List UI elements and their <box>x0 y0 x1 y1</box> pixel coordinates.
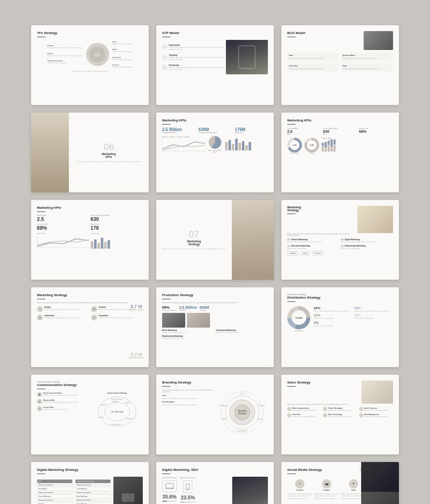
phone-svg <box>186 483 190 490</box>
bar-5 <box>239 143 241 150</box>
ms1-sub-labels: Innovation Quality Teamwork <box>287 251 393 255</box>
dm-row-6: Analytics <box>37 502 73 504</box>
kpi-ms-label: Market Share <box>235 132 268 134</box>
intro-content: 06 MarketingKPIs Please enter a descript… <box>69 113 149 192</box>
social-img-top <box>361 462 399 492</box>
sales-mgmt: Sales Management Please enter a descript… <box>359 413 393 418</box>
ps-right-labels: Price Please enter a description. Place … <box>113 41 132 68</box>
kpi3-tam: Total Available 2.5 <box>37 215 89 222</box>
innovation-icon: ✦ <box>91 315 97 320</box>
promo-custom: Customized Marketing Please enter a desc… <box>216 329 268 334</box>
dist-pct-32: 32% Please enter a description of your c… <box>314 306 353 312</box>
seo-mobile-bar <box>180 501 196 503</box>
bcg-cash-cows: Cash Cows Please enter a description of … <box>287 63 339 72</box>
slide-title-brand: Branding Strategy <box>162 381 268 384</box>
kpi3-sam: Serviceable Available Market 630 <box>91 215 143 222</box>
bar-2 <box>228 140 231 150</box>
dist-center-value: 8.73 M <box>291 310 306 325</box>
slide-title-kpis1: Marketing KPIs <box>162 118 268 122</box>
comm-item-2: ◎ Responsibility Please enter a descript… <box>37 399 89 404</box>
seo-metrics-row: Web SEO Visibility 35.6% <box>162 477 229 503</box>
slide-kpis-1: Marketing KPIs 2.5 Billion Total Availab… <box>156 113 274 192</box>
slide-title-seo: Digital Marketing, SEO <box>162 468 268 472</box>
comm-content: ◉ Interne Communication Please enter a d… <box>37 392 143 428</box>
stp-targeting: ▶ Targeting Please enter a description o… <box>162 54 224 61</box>
slide-title-stp: STP Model <box>162 31 268 35</box>
svg-text:Positioning: Positioning <box>219 405 226 407</box>
kpi-ms-value: 176M <box>235 127 268 132</box>
dist-pct-13: 13% Please enter a description. <box>314 313 353 320</box>
instagram-icon: 📷 <box>322 479 331 488</box>
ps-promotion: Promotion Please enter a description. <box>113 56 132 61</box>
slide-title-kpis3: Marketing KPIs <box>37 206 143 210</box>
stp-list: ▶ Segmenting Please enter a description … <box>162 44 224 71</box>
gauge-value-1: 5.7M <box>290 140 299 150</box>
svg-text:Our Message: Our Message <box>110 410 123 413</box>
seo-content: Web SEO Visibility 35.6% <box>162 477 268 504</box>
strategy-digital: 02 Digital Marketing Please enter a desc… <box>341 238 393 243</box>
tablet-image <box>239 45 255 68</box>
dist-center-label: Data Collection <box>287 330 310 332</box>
strategy-channel: 01 Channel Marketing Please enter a desc… <box>287 238 339 243</box>
comm-icon-2: ◎ <box>37 399 42 404</box>
dm-right-table: Digital Marketing Strategy Please enter … <box>75 477 111 504</box>
title-underline <box>37 299 45 299</box>
slide-stp: STP Model ▶ Segmenting Please enter a de… <box>156 25 274 105</box>
kpi-tam-value: 2.5 Billion <box>162 127 195 132</box>
dist-donut-wrap: 8.73 M Data Collection <box>287 306 310 332</box>
svg-text:Project & Program: Project & Program <box>111 399 123 400</box>
title-underline <box>287 213 296 214</box>
dist-pct-7: 7% Please enter a description. <box>314 321 353 327</box>
dm-right-4: Email Marketing <box>76 494 111 498</box>
ps-left-labels: Product Please enter a description of yo… <box>47 45 83 64</box>
label-teamwork: Teamwork <box>312 251 323 255</box>
dm-row-1: Please enter text here <box>37 483 73 487</box>
kpi-ms: 176M Market Share <box>235 127 268 134</box>
slide-title-7ps: 7Ps Strategy <box>37 31 143 35</box>
kpi2-total: Total Available 2.5 Billion <box>287 127 321 135</box>
title-underline <box>162 473 170 474</box>
slide-number-06: 06 <box>104 142 114 152</box>
seg-icon <box>287 407 291 411</box>
stp-image <box>226 40 268 75</box>
slide-number-07: 07 <box>189 230 199 239</box>
kpi-tam: 2.5 Billion Total Available Market <box>162 127 195 134</box>
kpi3-rate: Conversion Rate 68% <box>37 223 89 231</box>
dm-content: SEO Please enter text here Social Media … <box>37 477 143 504</box>
title-underline <box>287 124 296 125</box>
gauge-1: 5.7M Deep Learning <box>287 138 302 154</box>
mgmt-icon <box>359 413 363 417</box>
title-underline <box>37 388 45 389</box>
seo-web-pct: 35.6% <box>162 494 177 500</box>
dm-row-3: Please enter text here <box>37 491 73 494</box>
seo-web-label: Web SEO Visibility <box>162 477 177 479</box>
comm-item-1: ◉ Interne Communication Please enter a d… <box>37 392 89 397</box>
slide-subtitle-kpis: MarketingKPIs <box>102 152 115 158</box>
gauge-value-2: 8.2M <box>307 140 317 150</box>
comm-diagram: Our Message evaluation initiation activi… <box>91 395 143 428</box>
kpi2-startup: Startup Rate 68% <box>359 127 393 135</box>
design-icon: ♡ <box>37 306 43 312</box>
seo-web-progress <box>162 501 167 502</box>
ps-place: Place Please enter a description. <box>113 48 132 53</box>
kpi-sam: 630M Serviceable Available Market <box>199 127 232 134</box>
svg-text:Service: Service <box>258 418 263 420</box>
intro07-quote: Please enter a description of your conte… <box>162 248 226 250</box>
sales-grid: Market Segmentation Please enter a descr… <box>287 407 393 417</box>
promo-img-1 <box>162 313 185 328</box>
slide-brand: Branding Strategy Please enter a descrip… <box>156 375 274 454</box>
dm-device-icon <box>122 494 134 502</box>
title-underline <box>37 37 45 37</box>
dm-right-1: Please enter text here <box>76 483 111 487</box>
svg-text:approach: approach <box>126 418 133 420</box>
bar-chart-area <box>225 138 268 150</box>
sales-plan: Sales Plan Please enter a description he… <box>287 413 321 418</box>
slide-ms-2: Marketing Strategy Please enter a descri… <box>31 287 149 367</box>
comm-diagram-title: Communication Strategy <box>91 392 143 394</box>
promo-img-2 <box>187 313 210 328</box>
svg-text:Direct: Direct <box>222 418 226 420</box>
kpi-charts-row: Category 1 · Category 2 · Category 3 · C… <box>162 136 268 153</box>
bcg-stars: Stars Please enter a description of your… <box>287 52 339 61</box>
intro-quote: Please enter a description of your conte… <box>77 161 141 163</box>
kpi3-line-svg <box>37 235 89 247</box>
